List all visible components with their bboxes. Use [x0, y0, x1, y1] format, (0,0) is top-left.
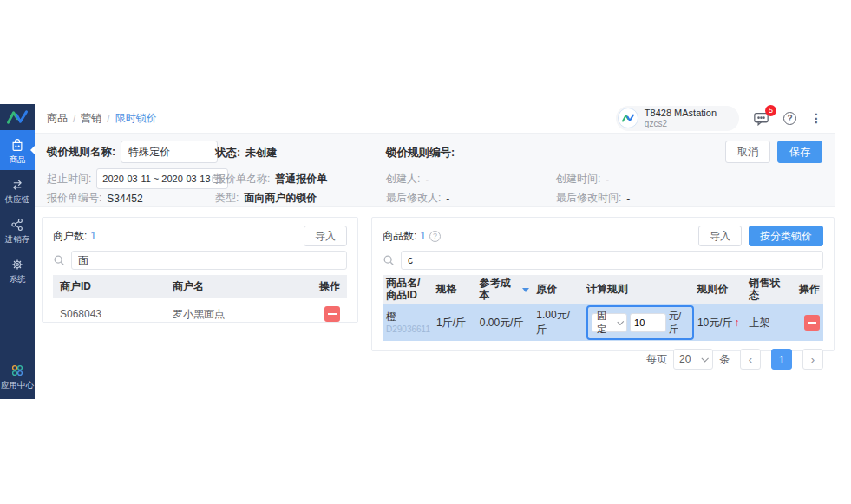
page-number-button[interactable]: 1: [771, 349, 792, 370]
modifier-value: -: [446, 193, 449, 205]
lock-by-category-button[interactable]: 按分类锁价: [749, 226, 823, 246]
sidebar-item-supply-chain[interactable]: 供应链: [0, 170, 35, 210]
quote-no-label: 报价单编号:: [47, 191, 101, 206]
per-page-value: 20: [679, 353, 691, 365]
cancel-button[interactable]: 取消: [725, 141, 770, 163]
modified-time-field: 最后修改时间: -: [556, 191, 630, 206]
product-count-value: 1: [420, 230, 426, 242]
sidebar-item-label: 供应链: [5, 195, 30, 204]
status-label: 状态:: [215, 146, 240, 160]
quote-no-field: 报价单编号: S34452: [47, 191, 143, 206]
sidebar-item-label: 系统: [10, 275, 26, 284]
rule-value-input[interactable]: [630, 313, 666, 332]
gear-icon: [10, 257, 25, 272]
modifier-field: 最后修改人: -: [386, 191, 449, 206]
creator-label: 创建人:: [386, 172, 420, 187]
merchant-count: 商户数: 1: [53, 229, 96, 244]
product-search-row: [383, 251, 823, 270]
per-page-unit: 条: [719, 352, 730, 367]
per-page-select[interactable]: 20: [673, 349, 713, 370]
form-actions: 取消 保存: [725, 141, 822, 163]
messages-button[interactable]: 5: [753, 111, 769, 126]
quote-name-label: 报价单名称:: [215, 172, 270, 187]
avatar: [618, 108, 638, 128]
sidebar-item-goods[interactable]: 商品: [0, 130, 35, 170]
table-row-selected[interactable]: 橙 D29036611 1斤/斤 0.00元/斤 1.00元/斤 固定 元/斤 …: [383, 304, 823, 341]
quote-name-field: 报价单名称: 普通报价单: [215, 172, 327, 187]
top-bar: 商品 / 营销 / 限时锁价 T8428 MAstation qzcs2: [35, 104, 835, 133]
app-window: 商品 供应链 进销存: [0, 104, 851, 400]
save-button[interactable]: 保存: [777, 141, 822, 163]
breadcrumb-separator: /: [73, 113, 75, 125]
user-org: qzcs2: [645, 119, 717, 129]
product-count: 商品数: 1 ?: [383, 229, 441, 244]
merchant-search-input[interactable]: [71, 251, 347, 270]
modified-time-value: -: [626, 193, 630, 205]
created-time-field: 创建时间: -: [556, 172, 609, 187]
merchants-import-button[interactable]: 导入: [304, 226, 347, 246]
date-range-input[interactable]: 2020-03-11 ~ 2020-03-13: [96, 168, 228, 189]
products-import-button[interactable]: 导入: [698, 226, 742, 246]
modified-time-label: 最后修改时间:: [556, 191, 621, 206]
date-range-field: 起止时间: 2020-03-11 ~ 2020-03-13: [47, 168, 228, 189]
user-menu[interactable]: T8428 MAstation qzcs2: [616, 106, 739, 130]
exchange-arrows-icon: [10, 177, 25, 193]
chevron-down-icon: [701, 355, 708, 362]
question-mark-icon: ?: [783, 112, 796, 125]
breadcrumb-marketing[interactable]: 营销: [81, 111, 101, 126]
merchants-panel: 商户数: 1 导入 商户ID 商户名 操作 S068043 罗小黑面点: [42, 217, 358, 323]
type-field: 类型: 面向商户的锁价: [215, 191, 317, 206]
remove-merchant-button[interactable]: [324, 306, 340, 322]
merchant-search-row: [53, 251, 347, 270]
lock-price-rule-form: 锁价规则名称: 状态: 未创建 锁价规则编号: 取消 保存 起止时间: 2020…: [35, 133, 835, 207]
sidebar-item-label: 应用中心: [1, 381, 34, 389]
creator-field: 创建人: -: [386, 172, 429, 187]
sidebar-item-app-center[interactable]: 应用中心: [0, 356, 35, 396]
merchant-count-value: 1: [90, 230, 96, 242]
rule-no-field: 锁价规则编号:: [386, 146, 455, 160]
col-spec: 规格: [433, 284, 476, 296]
modifier-label: 最后修改人:: [386, 191, 441, 206]
rule-no-label: 锁价规则编号:: [386, 146, 455, 160]
rule-name-input[interactable]: [121, 141, 218, 163]
remove-product-button[interactable]: [804, 315, 820, 331]
col-product-name: 商品名/商品ID: [383, 278, 433, 302]
status-field: 状态: 未创建: [215, 146, 277, 160]
rule-name-field: 锁价规则名称:: [47, 141, 218, 163]
product-name-cell: 橙 D29036611: [383, 311, 433, 335]
shopping-bag-icon: [10, 137, 25, 153]
more-menu-button[interactable]: ⋮: [810, 112, 822, 124]
breadcrumb-separator: /: [107, 113, 109, 125]
sidebar-item-inventory[interactable]: 进销存: [0, 210, 35, 250]
help-button[interactable]: ?: [783, 112, 796, 125]
sidebar-item-system[interactable]: 系统: [0, 250, 35, 290]
calc-rule-cell: 固定 元/斤: [583, 305, 694, 340]
sort-desc-icon: [522, 288, 529, 292]
col-ref-cost[interactable]: 参考成本: [476, 278, 534, 302]
created-time-value: -: [606, 173, 609, 186]
topbar-right: T8428 MAstation qzcs2 5 ? ⋮: [616, 106, 822, 130]
help-circle-icon[interactable]: ?: [429, 231, 441, 242]
rule-price-value: 10元/斤: [697, 317, 733, 329]
notification-badge: 5: [765, 105, 776, 116]
product-search-input[interactable]: [401, 251, 823, 270]
merchant-count-label: 商户数:: [53, 229, 87, 244]
product-id: D29036611: [386, 324, 430, 334]
rule-type-select[interactable]: 固定: [592, 313, 627, 332]
table-row[interactable]: S068043 罗小黑面点: [53, 298, 347, 331]
prev-page-button[interactable]: ‹: [740, 349, 761, 370]
next-page-button[interactable]: ›: [802, 349, 823, 370]
type-value: 面向商户的锁价: [244, 191, 317, 206]
user-meta: T8428 MAstation qzcs2: [645, 108, 717, 128]
quote-name-value: 普通报价单: [275, 172, 327, 187]
products-panel: 商品数: 1 ? 导入 按分类锁价 商品名/商品ID 规格 参考成本 原价 计算: [371, 217, 835, 351]
logo-mark: [5, 108, 29, 126]
breadcrumb-goods[interactable]: 商品: [47, 111, 68, 126]
col-rule-price: 规则价: [694, 284, 746, 296]
company-logo: [0, 104, 35, 130]
rule-price-cell: 10元/斤↑: [694, 316, 746, 331]
user-name: T8428 MAstation: [645, 108, 717, 119]
app-center-icon: [10, 363, 25, 378]
products-header: 商品数: 1 ? 导入 按分类锁价: [383, 225, 823, 247]
product-ref-cost: 0.00元/斤: [476, 316, 534, 331]
